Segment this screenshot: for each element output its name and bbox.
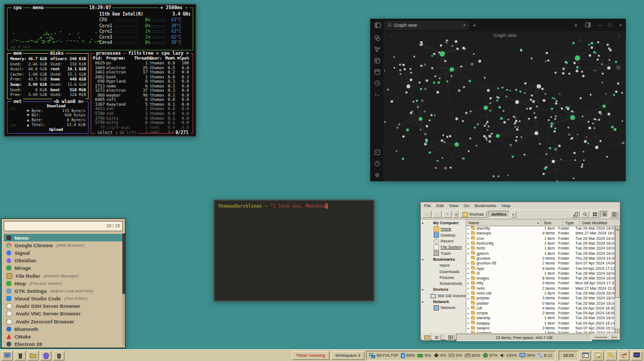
launcher-item[interactable]: Avahi Zeroconf Browser — [4, 318, 123, 325]
sidebar-place-item[interactable]: ▾ My Computer — [421, 220, 466, 226]
expander-icon[interactable]: ▸ — [466, 247, 471, 250]
sidebar-place-item[interactable]: Screenshots — [421, 281, 466, 286]
menu-item[interactable]: File — [424, 203, 431, 208]
file-row[interactable]: prettier 0 items Folder Tue 26 Mar 2024 … — [466, 300, 615, 305]
expander-icon[interactable]: ▸ — [466, 297, 471, 300]
launcher-item[interactable]: Nemo — [4, 234, 123, 241]
expander-icon[interactable]: ▸ — [466, 327, 471, 330]
sidebar-place-item[interactable]: ▾ Network — [421, 299, 466, 305]
column-type[interactable]: Type — [563, 219, 580, 226]
launcher-item[interactable]: Htop (Process Viewer) — [4, 279, 123, 287]
right-sidebar-toggle-icon[interactable] — [585, 22, 591, 29]
expander-icon[interactable]: ▸ — [466, 271, 471, 275]
column-size[interactable]: Size — [541, 219, 563, 226]
sidebar-place-item[interactable]: Network — [421, 305, 466, 311]
scroll-up-icon[interactable]: ▴ — [615, 226, 620, 230]
expander-icon[interactable]: ▸ — [466, 277, 471, 280]
file-row[interactable]: ▸ backups 4 items Folder Wed 27 Mar 2024… — [466, 231, 615, 235]
network-tray-item[interactable]: SKYVL7XP — [369, 353, 398, 358]
disk-tray-item[interactable]: 83% — [465, 353, 480, 358]
memory-tray-item[interactable]: 2% — [449, 353, 462, 358]
file-row[interactable]: ▸ starship 1 item Folder Tue 26 Mar 2024… — [466, 315, 615, 320]
expander-icon[interactable]: ▸ — [466, 262, 471, 265]
file-row[interactable]: ▸ gpterm 1 item Folder Tue 26 Mar 2024 1… — [466, 251, 615, 255]
launcher-scrollbar[interactable] — [122, 233, 125, 345]
workspace-indicator-button[interactable]: Workspace 3 — [331, 351, 365, 360]
icon-view-button[interactable] — [590, 211, 599, 218]
keys-button[interactable] — [605, 351, 617, 360]
history-clock-icon[interactable] — [374, 80, 380, 86]
restart-button[interactable] — [618, 351, 630, 360]
sidebar-place-item[interactable]: Trash — [421, 250, 466, 256]
btop-interval-control[interactable]: + 2500ms - — [159, 5, 189, 10]
sort-mode-control[interactable]: < cpu lazy > — [155, 50, 191, 56]
daily-note-calendar-icon[interactable] — [374, 69, 380, 75]
help-icon[interactable] — [374, 160, 380, 167]
up-button[interactable]: ↑ — [443, 211, 452, 218]
file-row[interactable]: gruvbox 0 items Folder Thu 28 Mar 2024 1… — [466, 256, 615, 261]
menu-item[interactable]: View — [449, 203, 458, 208]
command-palette-icon[interactable] — [374, 149, 380, 156]
settings-gear-icon[interactable]: ⚙ — [374, 172, 380, 178]
battery-tray-item[interactable]: 5% — [418, 353, 431, 358]
file-row[interactable]: ▸ fontconfig 1 item Folder Tue 26 Mar 20… — [466, 241, 615, 246]
my-computer-launcher-button[interactable] — [2, 351, 13, 360]
expander-icon[interactable]: ▸ — [466, 292, 471, 295]
file-manager-launcher-button[interactable] — [27, 351, 39, 360]
file-row[interactable]: ▸ swaync 3 items Folder Sun 07 Apr 2024 … — [466, 326, 615, 330]
launcher-item[interactable]: Electron 28 — [4, 341, 123, 348]
session-time-tray-item[interactable]: 8:12 — [538, 353, 552, 358]
tab-list-chevron-icon[interactable]: ∨ — [574, 23, 578, 28]
launcher-item[interactable]: Avahi VNC Server Browser — [4, 310, 123, 318]
col-pid[interactable]: Pid: — [93, 56, 106, 61]
menu-item[interactable]: Go — [464, 203, 470, 208]
show-hidden-toggle-button[interactable] — [446, 334, 455, 341]
forward-button[interactable]: → — [433, 211, 442, 218]
scroll-down-icon[interactable]: ▾ — [615, 329, 620, 333]
sidebar-place-item[interactable]: Desktop — [421, 232, 466, 238]
expander-icon[interactable]: ▸ — [466, 316, 471, 320]
expander-icon[interactable]: ▸ — [466, 306, 471, 310]
graph-canvas[interactable] — [384, 40, 626, 181]
nav-forward-icon[interactable]: → — [397, 33, 406, 38]
maximize-icon[interactable]: □ — [609, 23, 611, 28]
path-scroll-left-button[interactable]: ◂ — [453, 211, 458, 218]
file-row[interactable]: ▸ nvim-old 1 item Folder Tue 26 Mar 2024… — [466, 291, 615, 296]
launcher-item[interactable]: Bluetooth — [4, 325, 123, 333]
file-row[interactable]: ▸ alacritty 1 item Folder Tue 26 Mar 202… — [466, 226, 615, 231]
file-row[interactable]: ▸ fonts 1 item Folder Tue 26 Mar 2024 18… — [466, 246, 615, 251]
canvas-icon[interactable] — [374, 57, 380, 64]
scrollbar-thumb[interactable] — [122, 233, 125, 294]
expander-icon[interactable]: ▸ — [466, 282, 471, 285]
process-select-hint[interactable]: select ↓ — [96, 130, 120, 136]
cpu-tray-item[interactable]: 4% — [434, 353, 447, 358]
run-dialog-button[interactable] — [580, 351, 591, 360]
col-threads[interactable]: Threads: — [134, 56, 148, 61]
col-mem[interactable]: Mem% — [164, 56, 175, 61]
display-settings-button[interactable] — [631, 351, 642, 360]
expander-icon[interactable]: ▸ — [466, 331, 471, 333]
path-button-home[interactable]: thomas — [459, 211, 487, 218]
search-button[interactable] — [581, 211, 589, 218]
section-caret-icon[interactable]: ▾ — [422, 300, 426, 304]
file-row[interactable]: ▸ polybar 3 items Folder Tue 26 Mar 2024… — [466, 296, 615, 300]
launcher-item[interactable]: Visual Studio Code (Text Editor) — [4, 295, 123, 303]
launcher-search-input[interactable]: 28 / 28 — [4, 221, 123, 231]
more-options-icon[interactable]: ⋮ — [617, 33, 621, 38]
expander-icon[interactable]: ▸ — [466, 237, 471, 240]
column-date[interactable]: Date Modified — [580, 219, 620, 226]
col-program[interactable]: Program: — [106, 56, 134, 61]
sidebar-place-item[interactable]: ▾ Bookmarks — [421, 256, 466, 262]
expander-icon[interactable]: ▸ — [466, 252, 471, 255]
file-row[interactable]: ▸ nvim 2 items Folder Wed 27 Mar 2024 11… — [466, 286, 615, 291]
launcher-item[interactable]: Obsidian — [4, 257, 123, 264]
btop-menu-button[interactable]: menu — [31, 5, 45, 10]
terminal-icon[interactable] — [374, 91, 380, 98]
menu-item[interactable]: Edit — [436, 203, 444, 208]
file-row[interactable]: ▸ rofi 4 items Folder Tue 09 Apr 2024 16… — [466, 306, 615, 311]
cpu-box-title[interactable]: cpu — [12, 5, 23, 10]
trash-launcher-button[interactable] — [53, 351, 64, 360]
sidebar-place-item[interactable]: File System — [421, 244, 466, 250]
sidebar-place-item[interactable]: Downloads — [421, 268, 466, 274]
path-button-current[interactable]: dotfiles — [488, 211, 509, 218]
